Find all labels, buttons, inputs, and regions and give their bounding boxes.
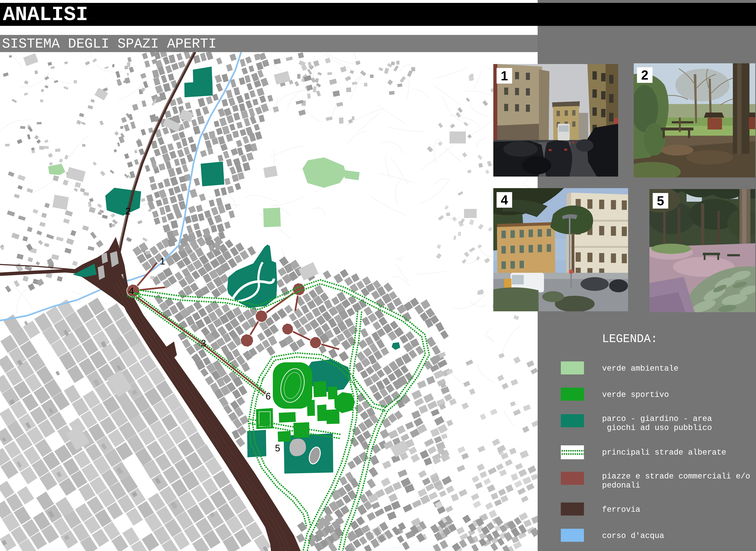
svg-text:1: 1: [160, 256, 165, 266]
svg-text:3: 3: [201, 338, 206, 349]
svg-text:2: 2: [125, 206, 131, 216]
svg-text:5: 5: [275, 443, 280, 453]
svg-text:6: 6: [265, 391, 271, 401]
svg-text:4: 4: [129, 286, 134, 296]
